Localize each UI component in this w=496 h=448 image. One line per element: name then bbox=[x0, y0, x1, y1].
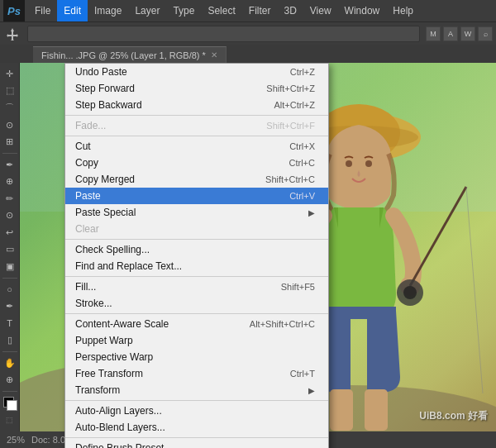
menu-step-forward[interactable]: Step Forward Shift+Ctrl+Z bbox=[65, 80, 328, 97]
tab-bar: Fishin... .JPG @ 25% (Layer 1, RGB/8) * … bbox=[0, 45, 496, 63]
menu-cut[interactable]: Cut Ctrl+X bbox=[65, 138, 328, 155]
menu-bar: Ps File Edit Image Layer Type Select Fil… bbox=[0, 0, 496, 21]
menu-free-transform[interactable]: Free Transform Ctrl+T bbox=[65, 365, 328, 382]
menu-view[interactable]: View bbox=[303, 0, 338, 21]
menu-edit[interactable]: Edit bbox=[57, 0, 88, 21]
menu-stroke[interactable]: Stroke... bbox=[65, 295, 328, 312]
menu-check-spelling[interactable]: Check Spelling... bbox=[65, 241, 328, 258]
svg-rect-15 bbox=[322, 307, 396, 319]
quick-mask[interactable]: ⬚ bbox=[2, 412, 18, 428]
svg-point-14 bbox=[403, 286, 417, 299]
clone-tool[interactable]: ⊙ bbox=[2, 208, 18, 224]
move-tool-options[interactable] bbox=[3, 25, 21, 43]
main-area: ✛ ⬚ ⌒ ⊙ ⊞ ✒ ⊕ ✏ ⊙ ↩ ▭ ▣ ○ ✒ T ▯ ✋ ⊕ ⬚ ⬛ bbox=[0, 63, 496, 448]
toolbar-divider-1 bbox=[2, 153, 17, 154]
toolbar-divider-4 bbox=[2, 391, 17, 392]
menu-fill[interactable]: Fill... Shift+F5 bbox=[65, 279, 328, 295]
svg-rect-16 bbox=[330, 389, 353, 431]
separator-4 bbox=[65, 276, 328, 277]
menu-define-brush[interactable]: Define Brush Preset... bbox=[65, 440, 328, 448]
quick-select-tool[interactable]: ⊙ bbox=[2, 117, 18, 133]
separator-2 bbox=[65, 136, 328, 136]
separator-1 bbox=[65, 115, 328, 116]
menu-copy-merged[interactable]: Copy Merged Shift+Ctrl+C bbox=[65, 171, 328, 188]
toolbar-divider-3 bbox=[2, 351, 17, 352]
paste-special-arrow: ▶ bbox=[308, 208, 315, 217]
menu-filter[interactable]: Filter bbox=[242, 0, 278, 21]
crop-tool[interactable]: ⊞ bbox=[2, 134, 18, 150]
menu-paste[interactable]: Paste Ctrl+V bbox=[65, 188, 328, 204]
arrange-btn[interactable]: A bbox=[443, 26, 458, 41]
separator-7 bbox=[65, 437, 328, 438]
menu-undo-paste[interactable]: Undo Paste Ctrl+Z bbox=[65, 64, 328, 80]
menu-type[interactable]: Type bbox=[166, 0, 201, 21]
svg-point-19 bbox=[365, 160, 372, 167]
separator-5 bbox=[65, 313, 328, 314]
menu-window[interactable]: Window bbox=[338, 0, 387, 21]
dodge-tool[interactable]: ○ bbox=[2, 282, 18, 298]
history-tool[interactable]: ↩ bbox=[2, 225, 18, 241]
menu-copy[interactable]: Copy Ctrl+C bbox=[65, 155, 328, 171]
menu-layer[interactable]: Layer bbox=[128, 0, 166, 21]
menu-clear[interactable]: Clear bbox=[65, 221, 328, 237]
eraser-tool[interactable]: ▭ bbox=[2, 242, 18, 258]
menu-step-backward[interactable]: Step Backward Alt+Ctrl+Z bbox=[65, 97, 328, 113]
gradient-tool[interactable]: ▣ bbox=[2, 259, 18, 274]
separator-3 bbox=[65, 239, 328, 240]
menu-3d[interactable]: 3D bbox=[277, 0, 303, 21]
left-toolbar: ✛ ⬚ ⌒ ⊙ ⊞ ✒ ⊕ ✏ ⊙ ↩ ▭ ▣ ○ ✒ T ▯ ✋ ⊕ ⬚ ⬛ bbox=[0, 63, 20, 448]
menu-items: File Edit Image Layer Type Select Filter… bbox=[28, 0, 420, 21]
tool-options-area bbox=[27, 26, 420, 42]
mini-bridge-btn[interactable]: M bbox=[426, 26, 441, 41]
foreground-color[interactable] bbox=[2, 395, 18, 411]
brush-tool[interactable]: ✏ bbox=[2, 191, 18, 207]
menu-auto-align[interactable]: Auto-Align Layers... bbox=[65, 403, 328, 419]
menu-fade[interactable]: Fade... Shift+Ctrl+F bbox=[65, 117, 328, 134]
menu-content-aware-scale[interactable]: Content-Aware Scale Alt+Shift+Ctrl+C bbox=[65, 316, 328, 332]
menu-select[interactable]: Select bbox=[201, 0, 241, 21]
tab-label: Fishin... .JPG @ 25% (Layer 1, RGB/8) * bbox=[41, 50, 206, 60]
menu-paste-special[interactable]: Paste Special ▶ bbox=[65, 204, 328, 221]
hand-tool[interactable]: ✋ bbox=[2, 355, 18, 371]
document-tab[interactable]: Fishin... .JPG @ 25% (Layer 1, RGB/8) * … bbox=[33, 46, 227, 63]
menu-perspective-warp[interactable]: Perspective Warp bbox=[65, 349, 328, 365]
svg-rect-17 bbox=[365, 389, 388, 431]
menu-image[interactable]: Image bbox=[88, 0, 128, 21]
menu-find-replace[interactable]: Find and Replace Text... bbox=[65, 258, 328, 274]
marquee-tool[interactable]: ⬚ bbox=[2, 83, 18, 99]
toolbar-divider-2 bbox=[2, 278, 17, 279]
text-tool[interactable]: T bbox=[2, 316, 18, 331]
healing-tool[interactable]: ⊕ bbox=[2, 174, 18, 189]
pen-tool[interactable]: ✒ bbox=[2, 298, 18, 314]
menu-file[interactable]: File bbox=[28, 0, 57, 21]
edit-dropdown-menu: Undo Paste Ctrl+Z Step Forward Shift+Ctr… bbox=[64, 63, 329, 448]
svg-point-18 bbox=[346, 160, 352, 167]
menu-transform[interactable]: Transform ▶ bbox=[65, 382, 328, 398]
move-tool[interactable]: ✛ bbox=[2, 66, 18, 82]
tab-close-btn[interactable]: ✕ bbox=[211, 50, 217, 60]
zoom-level: 25% bbox=[7, 435, 25, 445]
ps-logo: Ps bbox=[3, 0, 25, 21]
zoom-tool[interactable]: ⊕ bbox=[2, 373, 18, 388]
transform-arrow: ▶ bbox=[308, 386, 315, 395]
eyedropper-tool[interactable]: ✒ bbox=[2, 157, 18, 173]
options-bar: M A W ⌕ bbox=[0, 21, 496, 45]
canvas-area: UiB8.com 好看 Undo Paste Ctrl+Z Step Forwa… bbox=[20, 63, 496, 448]
menu-help[interactable]: Help bbox=[386, 0, 420, 21]
watermark: UiB8.com 好看 bbox=[419, 409, 488, 423]
separator-6 bbox=[65, 400, 328, 401]
menu-puppet-warp[interactable]: Puppet Warp bbox=[65, 332, 328, 349]
svg-marker-0 bbox=[7, 28, 18, 41]
workspace-btn[interactable]: W bbox=[460, 26, 475, 41]
menu-auto-blend[interactable]: Auto-Blend Layers... bbox=[65, 419, 328, 436]
lasso-tool[interactable]: ⌒ bbox=[2, 100, 18, 116]
shape-tool[interactable]: ▯ bbox=[2, 333, 18, 349]
search-btn[interactable]: ⌕ bbox=[478, 26, 493, 41]
